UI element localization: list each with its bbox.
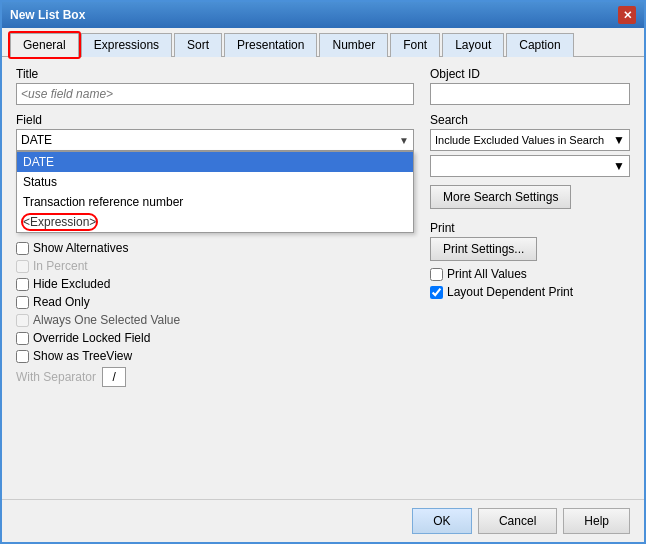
dropdown-item-status[interactable]: Status xyxy=(17,172,413,192)
hide-excluded-checkbox[interactable] xyxy=(16,278,29,291)
print-label: Print xyxy=(430,221,630,235)
show-treeview-row: Show as TreeView xyxy=(16,349,414,363)
in-percent-checkbox[interactable] xyxy=(16,260,29,273)
checkboxes-section: Show Alternatives In Percent Hide Exclud… xyxy=(16,241,414,387)
show-alternatives-row: Show Alternatives xyxy=(16,241,414,255)
tab-presentation[interactable]: Presentation xyxy=(224,33,317,57)
hide-excluded-label: Hide Excluded xyxy=(33,277,110,291)
dropdown-item-expression[interactable]: <Expression> xyxy=(17,212,413,232)
tab-sort[interactable]: Sort xyxy=(174,33,222,57)
field-dropdown-arrow: ▼ xyxy=(399,135,409,146)
expression-outline: <Expression> xyxy=(23,215,96,229)
read-only-label: Read Only xyxy=(33,295,90,309)
tab-bar: General Expressions Sort Presentation Nu… xyxy=(2,28,644,57)
print-all-values-row: Print All Values xyxy=(430,267,630,281)
left-column: Title xyxy=(16,67,414,105)
show-treeview-checkbox[interactable] xyxy=(16,350,29,363)
bottom-bar: OK Cancel Help xyxy=(2,499,644,542)
hide-excluded-row: Hide Excluded xyxy=(16,277,414,291)
field-dropdown-wrapper: DATE ▼ DATE Status Transaction reference… xyxy=(16,129,414,151)
include-excluded-label: Include Excluded Values in Search xyxy=(435,134,604,146)
read-only-checkbox[interactable] xyxy=(16,296,29,309)
show-alternatives-checkbox[interactable] xyxy=(16,242,29,255)
show-treeview-label: Show as TreeView xyxy=(33,349,132,363)
field-value: DATE xyxy=(21,133,52,147)
print-all-values-checkbox[interactable] xyxy=(430,268,443,281)
print-settings-button[interactable]: Print Settings... xyxy=(430,237,537,261)
object-id-label: Object ID xyxy=(430,67,630,81)
field-label: Field xyxy=(16,113,414,127)
in-percent-label: In Percent xyxy=(33,259,88,273)
search-second-arrow: ▼ xyxy=(613,159,625,173)
override-locked-checkbox[interactable] xyxy=(16,332,29,345)
include-excluded-select[interactable]: Include Excluded Values in Search ▼ xyxy=(430,129,630,151)
field-dropdown-list: DATE Status Transaction reference number… xyxy=(16,151,414,233)
ok-button[interactable]: OK xyxy=(412,508,472,534)
search-print-column: Search Include Excluded Values in Search… xyxy=(430,113,630,387)
title-label: Title xyxy=(16,67,414,81)
tab-font[interactable]: Font xyxy=(390,33,440,57)
tab-layout[interactable]: Layout xyxy=(442,33,504,57)
object-id-input[interactable] xyxy=(430,83,630,105)
field-section: Field DATE ▼ DATE Status xyxy=(16,113,414,387)
dropdown-item-transaction[interactable]: Transaction reference number xyxy=(17,192,413,212)
tab-number[interactable]: Number xyxy=(319,33,388,57)
separator-input[interactable] xyxy=(102,367,126,387)
title-bar: New List Box ✕ xyxy=(2,2,644,28)
in-percent-row: In Percent xyxy=(16,259,414,273)
tab-expressions[interactable]: Expressions xyxy=(81,33,172,57)
new-list-box-dialog: New List Box ✕ General Expressions Sort … xyxy=(0,0,646,544)
show-alternatives-label: Show Alternatives xyxy=(33,241,128,255)
always-one-label: Always One Selected Value xyxy=(33,313,180,327)
field-search-row: Field DATE ▼ DATE Status xyxy=(16,113,630,387)
title-row: Title Object ID xyxy=(16,67,630,105)
title-input-group xyxy=(16,83,414,105)
read-only-row: Read Only xyxy=(16,295,414,309)
print-section: Print Print Settings... Print All Values… xyxy=(430,221,630,299)
more-search-settings-button[interactable]: More Search Settings xyxy=(430,185,571,209)
title-input[interactable] xyxy=(16,83,414,105)
include-excluded-arrow: ▼ xyxy=(613,133,625,147)
object-id-group xyxy=(430,83,630,105)
with-separator-row: With Separator xyxy=(16,367,414,387)
print-all-values-label: Print All Values xyxy=(447,267,527,281)
override-locked-label: Override Locked Field xyxy=(33,331,150,345)
tab-caption[interactable]: Caption xyxy=(506,33,573,57)
field-dropdown[interactable]: DATE ▼ xyxy=(16,129,414,151)
close-button[interactable]: ✕ xyxy=(618,6,636,24)
tab-general[interactable]: General xyxy=(10,33,79,57)
window-title: New List Box xyxy=(10,8,85,22)
layout-dependent-label: Layout Dependent Print xyxy=(447,285,573,299)
cancel-button[interactable]: Cancel xyxy=(478,508,557,534)
always-one-checkbox[interactable] xyxy=(16,314,29,327)
with-separator-label: With Separator xyxy=(16,370,96,384)
search-section: Search Include Excluded Values in Search… xyxy=(430,113,630,209)
layout-dependent-checkbox[interactable] xyxy=(430,286,443,299)
right-column: Object ID xyxy=(430,67,630,105)
layout-dependent-row: Layout Dependent Print xyxy=(430,285,630,299)
main-content: Title Object ID Field DATE ▼ xyxy=(2,57,644,499)
help-button[interactable]: Help xyxy=(563,508,630,534)
override-locked-row: Override Locked Field xyxy=(16,331,414,345)
search-second-select[interactable]: ▼ xyxy=(430,155,630,177)
always-one-row: Always One Selected Value xyxy=(16,313,414,327)
dropdown-item-date[interactable]: DATE xyxy=(17,152,413,172)
search-label: Search xyxy=(430,113,630,127)
